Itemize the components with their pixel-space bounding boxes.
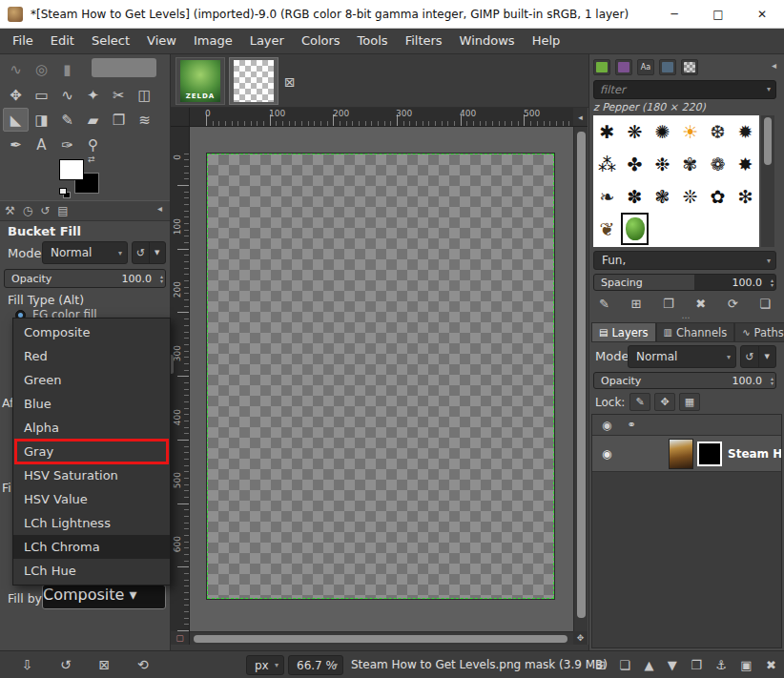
brush-item[interactable] bbox=[621, 213, 649, 245]
image-tab-mask-active[interactable] bbox=[229, 57, 279, 105]
paint-mode-dropdown[interactable]: Normal ▾ bbox=[42, 241, 128, 264]
fill-by-menu-option[interactable]: Gray bbox=[13, 440, 170, 463]
fill-by-menu-option[interactable]: LCh Chroma bbox=[13, 535, 170, 559]
image-tab-zelda[interactable]: ZELDA bbox=[175, 57, 225, 105]
close-button[interactable]: ✕ bbox=[740, 0, 784, 29]
lock-pixels-button[interactable]: ✎ bbox=[629, 393, 650, 411]
brush-item[interactable]: ❋ bbox=[621, 115, 649, 148]
reset-mode-icon[interactable]: ↺ bbox=[741, 346, 758, 367]
brush-item[interactable]: ❇ bbox=[732, 180, 759, 213]
brush-item[interactable]: ✿ bbox=[704, 180, 732, 213]
layer-visibility-eye-icon[interactable]: ◉ bbox=[602, 447, 611, 461]
brush-item[interactable]: ⁂ bbox=[593, 148, 621, 180]
brush-item[interactable]: ✺ bbox=[649, 115, 676, 148]
new-group-button[interactable]: ❏ bbox=[619, 658, 630, 672]
maximize-button[interactable]: □ bbox=[696, 0, 740, 29]
brush-item[interactable] bbox=[676, 213, 704, 245]
brush-item[interactable]: ☀ bbox=[676, 115, 704, 148]
fill-by-menu-option[interactable]: Blue bbox=[13, 392, 170, 416]
restore-tool-preset-button[interactable]: ↺ bbox=[60, 657, 72, 672]
images-dialog-tab[interactable]: ▤ bbox=[57, 204, 68, 217]
brush-item[interactable]: ❉ bbox=[649, 148, 676, 180]
anchor-layer-button[interactable]: ⚓ bbox=[715, 658, 727, 672]
brush-item[interactable] bbox=[704, 213, 732, 245]
brush-list-scrollbar[interactable] bbox=[761, 115, 774, 247]
delete-tool-preset-button[interactable]: ⊠ bbox=[98, 657, 110, 672]
scrollbar-thumb[interactable] bbox=[764, 117, 772, 165]
close-tab-icon[interactable]: ⊠ bbox=[284, 74, 296, 90]
reset-mode-icon[interactable]: ↺ bbox=[133, 242, 149, 263]
default-colors-icon[interactable] bbox=[59, 188, 67, 195]
tool-rectangle-select[interactable]: ▭ bbox=[29, 83, 54, 107]
fill-by-dropdown[interactable]: Composite ▾ bbox=[42, 585, 166, 609]
tab-layers[interactable]: ▤ Layers bbox=[591, 322, 656, 342]
horizontal-ruler[interactable]: 0100200300400500 bbox=[190, 108, 573, 127]
brush-item[interactable]: ❁ bbox=[704, 148, 732, 180]
brushes-dialog-tab[interactable] bbox=[593, 59, 610, 75]
vertical-scrollbar[interactable] bbox=[573, 127, 588, 631]
tool-scissors[interactable]: ✂ bbox=[106, 83, 132, 107]
scrollbar-thumb[interactable] bbox=[577, 132, 586, 618]
save-tool-preset-button[interactable]: ⇩ bbox=[21, 657, 32, 672]
brush-item[interactable]: ❆ bbox=[704, 115, 732, 148]
zoom-dropdown[interactable]: 66.7 % ▾ bbox=[288, 655, 343, 675]
tool-text[interactable]: A bbox=[29, 133, 54, 156]
layer-mask-thumbnail-active[interactable] bbox=[697, 442, 722, 466]
eye-icon[interactable]: ◉ bbox=[602, 419, 611, 432]
tool-dim-3[interactable]: ▮ bbox=[54, 57, 80, 81]
fonts-dialog-tab[interactable]: Aa bbox=[637, 59, 654, 75]
opacity-slider[interactable]: Opacity 100.0 ▴▾ bbox=[4, 269, 166, 288]
brush-item[interactable]: ❧ bbox=[593, 180, 621, 213]
layer-thumbnail[interactable] bbox=[669, 439, 693, 469]
menu-item[interactable]: Colors bbox=[293, 29, 349, 53]
tool-group-button[interactable] bbox=[92, 58, 156, 77]
navigation-button[interactable]: ✥ bbox=[573, 631, 588, 645]
tool-gradient[interactable]: ◨ bbox=[29, 108, 54, 132]
brush-item[interactable] bbox=[732, 213, 759, 245]
foreground-color-swatch[interactable] bbox=[59, 159, 84, 180]
lock-position-button[interactable]: ✥ bbox=[654, 393, 675, 411]
brush-item[interactable]: ✤ bbox=[621, 148, 649, 180]
brush-item[interactable]: ✱ bbox=[593, 115, 621, 148]
tool-color-picker[interactable]: ✑ bbox=[54, 133, 80, 156]
unit-dropdown[interactable]: px ▾ bbox=[246, 655, 284, 675]
menu-item[interactable]: File bbox=[4, 29, 42, 53]
menu-item[interactable]: Select bbox=[83, 29, 138, 53]
tool-bucket-fill[interactable]: ◣ bbox=[3, 108, 29, 132]
brush-item[interactable]: ❃ bbox=[649, 180, 676, 213]
tool-fuzzy-select[interactable]: ✦ bbox=[80, 83, 106, 107]
tool-ink[interactable]: ✒ bbox=[3, 133, 29, 156]
vertical-ruler[interactable]: 0100200300400500600 bbox=[171, 127, 190, 631]
tool-dim-2[interactable]: ◎ bbox=[29, 57, 54, 81]
tool-pencil[interactable]: ✎ bbox=[54, 108, 80, 132]
layer-name[interactable]: Steam Ho bbox=[728, 436, 781, 472]
tool-clone[interactable]: ❐ bbox=[106, 108, 132, 132]
lock-alpha-button[interactable]: ▦ bbox=[679, 393, 700, 411]
fill-by-menu-option[interactable]: LCh Lightness bbox=[13, 511, 170, 535]
fill-by-menu-option[interactable]: Composite bbox=[13, 320, 170, 344]
spinner-arrows-icon[interactable]: ▴▾ bbox=[771, 275, 774, 290]
brush-item[interactable]: ✾ bbox=[676, 148, 704, 180]
edit-brush-button[interactable]: ✎ bbox=[599, 297, 609, 311]
raise-layer-button[interactable]: ▲ bbox=[644, 658, 653, 672]
brush-item[interactable]: ✽ bbox=[621, 180, 649, 213]
menu-item[interactable]: Image bbox=[185, 29, 241, 53]
menu-item[interactable]: Tools bbox=[349, 29, 397, 53]
tab-paths[interactable]: ∿ Paths bbox=[734, 322, 784, 342]
horizontal-scrollbar[interactable] bbox=[190, 631, 573, 645]
tool-smudge[interactable]: ≋ bbox=[132, 108, 157, 132]
patterns-dialog-tab[interactable] bbox=[615, 59, 632, 75]
fill-by-menu-option[interactable]: HSV Value bbox=[13, 487, 170, 511]
dock-menu-arrow-icon[interactable]: ◂ bbox=[157, 203, 162, 214]
fill-by-menu-option[interactable]: HSV Saturation bbox=[13, 463, 170, 487]
tool-dim-1[interactable]: ∿ bbox=[3, 57, 29, 81]
new-layer-button[interactable]: ⊞ bbox=[595, 658, 606, 672]
link-icon[interactable]: ⚭ bbox=[627, 419, 635, 431]
fill-by-menu-option[interactable]: Alpha bbox=[13, 416, 170, 440]
quick-mask-toggle[interactable]: ▢ bbox=[171, 631, 190, 645]
undo-history-dialog-tab[interactable]: ↺ bbox=[40, 204, 50, 217]
tool-free-select[interactable]: ∿ bbox=[54, 83, 80, 107]
menu-item[interactable]: View bbox=[138, 29, 185, 53]
layer-opacity-slider[interactable]: Opacity 100.0 ▴▾ bbox=[593, 372, 776, 389]
duplicate-layer-button[interactable]: ❐ bbox=[691, 658, 702, 672]
